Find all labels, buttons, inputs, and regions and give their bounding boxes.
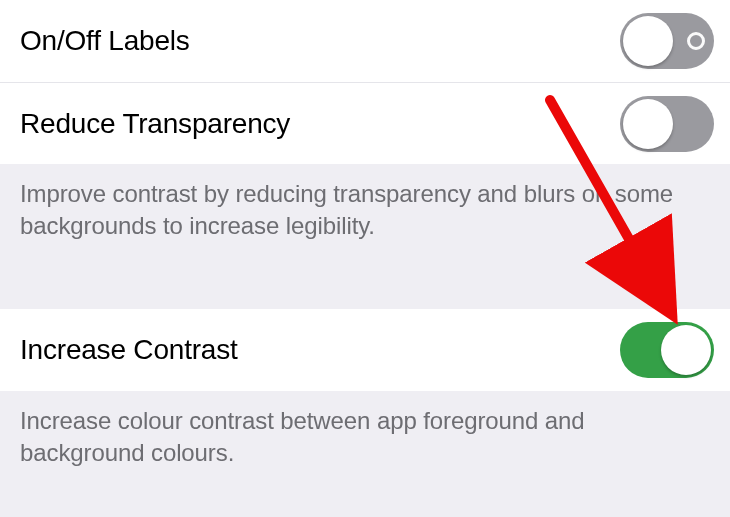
toggle-increase-contrast[interactable]	[620, 322, 714, 378]
toggle-onoff-labels[interactable]	[620, 13, 714, 69]
section-gap	[0, 259, 730, 309]
setting-label: Reduce Transparency	[20, 108, 290, 140]
setting-label: Increase Contrast	[20, 334, 238, 366]
setting-row-onoff-labels: On/Off Labels	[0, 0, 730, 82]
toggle-reduce-transparency[interactable]	[620, 96, 714, 152]
setting-footer-increase-contrast: Increase colour contrast between app for…	[0, 391, 730, 486]
toggle-knob	[623, 99, 673, 149]
toggle-off-ring-icon	[687, 32, 705, 50]
setting-row-reduce-transparency: Reduce Transparency	[0, 82, 730, 164]
setting-footer-reduce-transparency: Improve contrast by reducing transparenc…	[0, 164, 730, 259]
toggle-knob	[661, 325, 711, 375]
toggle-knob	[623, 16, 673, 66]
setting-row-increase-contrast: Increase Contrast	[0, 309, 730, 391]
setting-label: On/Off Labels	[20, 25, 190, 57]
